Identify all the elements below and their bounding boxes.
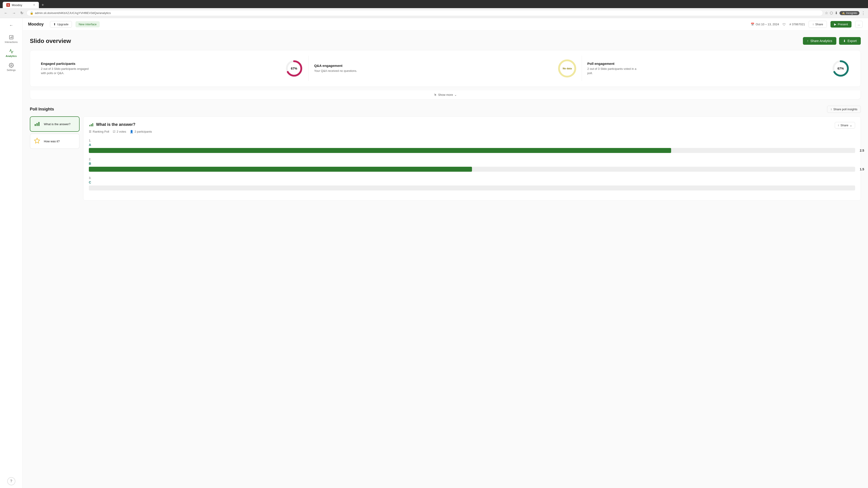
- more-button[interactable]: ...: [855, 21, 863, 28]
- main-content: Slido overview ↑ Share Analytics ⬇ Expor…: [23, 31, 868, 488]
- svg-marker-12: [34, 138, 39, 143]
- header-share-button[interactable]: ↑ Share: [809, 21, 827, 28]
- poll-section-header: Poll Insights ↑ Share poll insights: [30, 106, 861, 113]
- new-tab-button[interactable]: +: [40, 3, 46, 7]
- address-url: admin.sli.do/event/t4KbXZJUCAgYVHf8EV3dQ…: [35, 11, 819, 15]
- star-poll-icon: [34, 138, 41, 145]
- new-interface-button[interactable]: New interface: [75, 21, 100, 27]
- bar-label-c: C: [89, 181, 855, 184]
- poll-participants: 👤 2 participants: [130, 130, 152, 133]
- poll-type-icon: ☰: [89, 130, 92, 133]
- active-tab[interactable]: S Moodoy ✕: [3, 2, 39, 8]
- export-button[interactable]: ⬇ Export: [839, 37, 861, 45]
- poll-bars: 1. A 2.5 2. B: [89, 139, 855, 191]
- poll-detail-meta: ☰ Ranking Poll ☑ 2 votes 👤 2 participant…: [89, 130, 855, 133]
- present-icon: ▶: [834, 23, 836, 26]
- help-button[interactable]: ?: [7, 477, 16, 485]
- share-poll-icon: ↑: [831, 107, 832, 111]
- poll-engagement-card: Poll engagement 2 out of 3 Slido partici…: [582, 56, 855, 81]
- share-icon-small: ↑: [838, 124, 839, 127]
- event-id: # 37867021: [789, 23, 805, 26]
- tab-close-button[interactable]: ✕: [33, 3, 35, 6]
- page-title: Slido overview: [30, 37, 71, 44]
- shield-icon: 🛡: [782, 23, 786, 26]
- poll-detail-title-row: What is the answer?: [89, 122, 135, 127]
- rank-3: 3.: [89, 176, 855, 180]
- svg-point-4: [11, 65, 12, 66]
- sidebar-item-analytics[interactable]: Analytics: [2, 46, 20, 60]
- engaged-participants-card: Engaged participants 2 out of 3 Slido pa…: [35, 56, 309, 81]
- share-chevron-icon: ⌄: [850, 124, 852, 127]
- poll-share-dropdown-button[interactable]: ↑ Share ⌄: [835, 122, 855, 129]
- bar-fill-a: [89, 148, 671, 153]
- app-bar: Moodoy ⬆ Upgrade New interface 📅 Oct 10 …: [23, 18, 868, 31]
- participants-icon: 👤: [130, 130, 133, 133]
- app-bar-right: 📅 Oct 10 – 13, 2024 🛡 # 37867021 ↑ Share…: [751, 21, 863, 28]
- back-button[interactable]: ←: [3, 10, 9, 16]
- qa-info: Q&A engagement Your Q&A received no ques…: [314, 64, 357, 73]
- bookmark-icon[interactable]: ☆: [825, 11, 828, 15]
- poll-label: Poll engagement: [587, 62, 637, 66]
- header-actions: ↑ Share Analytics ⬇ Export: [803, 37, 861, 45]
- sidebar-back-button[interactable]: ←: [7, 21, 16, 30]
- present-button[interactable]: ▶ Present: [831, 21, 851, 28]
- sidebar-item-interactions[interactable]: Interactions: [2, 33, 20, 46]
- poll-section-title: Poll Insights: [30, 107, 54, 111]
- svg-rect-15: [92, 123, 93, 127]
- votes-icon: ☑: [113, 130, 116, 133]
- qa-no-data: No data: [558, 59, 576, 77]
- poll-item-2[interactable]: How was it?: [30, 133, 80, 149]
- export-icon: ⬇: [843, 39, 846, 43]
- share-analytics-button[interactable]: ↑ Share Analytics: [803, 37, 836, 45]
- sidebar-item-settings-label: Settings: [7, 69, 16, 71]
- cursor-icon: 🖱: [434, 93, 437, 96]
- bar-value-a: 2.5: [860, 149, 864, 152]
- upgrade-button[interactable]: ⬆ Upgrade: [50, 21, 72, 28]
- menu-icon[interactable]: ⋮: [861, 11, 865, 15]
- poll-type: ☰ Ranking Poll: [89, 130, 109, 133]
- download-icon[interactable]: ⬇: [835, 11, 838, 15]
- svg-rect-13: [90, 125, 90, 126]
- poll-item-1[interactable]: What is the answer?: [30, 116, 80, 132]
- ranking-poll-icon: [34, 121, 41, 128]
- share-poll-insights-button[interactable]: ↑ Share poll insights: [827, 106, 861, 113]
- browser-chrome: S Moodoy ✕ +: [0, 0, 868, 8]
- reload-button[interactable]: ↻: [19, 10, 25, 16]
- bar-value-b: 1.5: [860, 167, 864, 171]
- bar-row-a: 1. A 2.5: [89, 139, 855, 153]
- poll-desc: 2 out of 3 Slido participants voted in a…: [587, 67, 637, 75]
- share-analytics-icon: ↑: [807, 39, 809, 43]
- poll-list: What is the answer? How was it?: [30, 116, 80, 201]
- qa-label: Q&A engagement: [314, 64, 357, 68]
- nav-actions: ☆ ⬡ ⬇ 🕵 Incognito ⋮: [825, 11, 865, 15]
- svg-rect-11: [38, 122, 39, 126]
- upgrade-icon: ⬆: [53, 23, 56, 26]
- sidebar-item-analytics-label: Analytics: [6, 55, 17, 57]
- stats-section: Engaged participants 2 out of 3 Slido pa…: [30, 50, 861, 87]
- rank-1: 1.: [89, 139, 855, 142]
- engaged-percent: 67%: [291, 67, 297, 70]
- svg-rect-9: [35, 124, 36, 126]
- poll-detail-header: What is the answer? ↑ Share ⌄: [89, 122, 855, 129]
- share-icon: ↑: [812, 23, 814, 26]
- qa-desc: Your Q&A received no questions.: [314, 69, 357, 73]
- sidebar-item-settings[interactable]: Settings: [2, 61, 20, 74]
- forward-button[interactable]: →: [11, 10, 17, 16]
- bar-row-b: 2. B 1.5: [89, 158, 855, 172]
- svg-rect-14: [91, 124, 92, 126]
- bar-label-a: A: [89, 143, 855, 147]
- tab-favicon: S: [6, 3, 10, 7]
- bar-label-b: B: [89, 162, 855, 165]
- address-bar[interactable]: 🔒 admin.sli.do/event/t4KbXZJUCAgYVHf8EV3…: [26, 10, 823, 16]
- app-title: Moodoy: [28, 22, 43, 27]
- poll-donut: 67%: [832, 59, 850, 77]
- show-more-button[interactable]: 🖱 Show more ⌄: [30, 90, 861, 99]
- calendar-icon: 📅: [751, 23, 754, 26]
- engaged-desc: 2 out of 3 Slido participants engaged wi…: [41, 67, 91, 75]
- poll-item-1-label: What is the answer?: [44, 123, 70, 126]
- sidebar: ← Interactions Analytics Settings ?: [0, 18, 23, 488]
- settings-icon: [9, 63, 14, 68]
- engaged-label: Engaged participants: [41, 62, 91, 66]
- extensions-icon[interactable]: ⬡: [830, 11, 833, 15]
- poll-content: What is the answer? How was it?: [30, 116, 861, 201]
